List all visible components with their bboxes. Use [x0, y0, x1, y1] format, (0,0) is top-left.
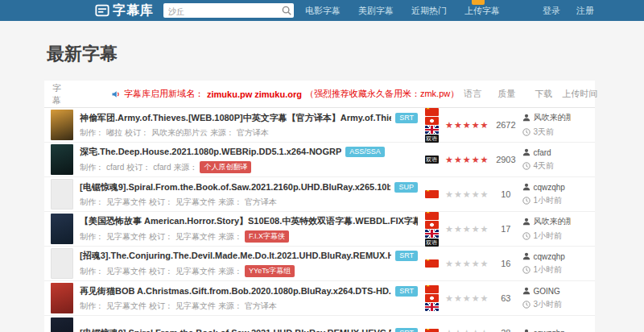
- notice-domains[interactable]: zimuku.pw zimuku.org: [207, 89, 302, 99]
- meta-revise-value: 见字幕文件: [175, 197, 216, 208]
- subtitle-table: 字幕 字幕库启用新域名： zimuku.pw zimuku.org （强烈推荐收…: [44, 81, 595, 332]
- format-badge: SRT: [395, 113, 418, 123]
- meta-make-value: 见字幕文件: [106, 231, 147, 243]
- meta-revise-value: 风吹来的那片云: [151, 127, 208, 139]
- flag-bi-icon: 双语: [425, 239, 439, 247]
- star-icon: ★: [445, 259, 454, 268]
- header-quality: 质量: [486, 88, 526, 100]
- top-navbar: 字幕库 电影字幕美剧字幕近期热门上传字幕 登录 注册: [0, 0, 644, 21]
- language-flags: 双语: [418, 156, 445, 164]
- uploader-link[interactable]: cfard: [522, 148, 571, 157]
- clock-icon: [522, 162, 530, 170]
- uploader-link[interactable]: 风吹来的那片云: [522, 216, 571, 227]
- flag-bi-icon: 双语: [425, 135, 439, 143]
- poster-thumbnail[interactable]: [51, 214, 73, 244]
- upload-time: 3小时前: [522, 299, 571, 310]
- uploader-name: 风吹来的那片云: [533, 112, 571, 123]
- uploader-link[interactable]: cqwzqhp: [522, 183, 571, 192]
- subtitle-title-link[interactable]: 神偷军团.Army.of.Thieves.[WEB.1080P]中英文字幕【官方…: [80, 112, 391, 124]
- register-link[interactable]: 注册: [576, 5, 594, 17]
- subtitle-row[interactable]: [电锯惊魂9].Spiral.From.the.Book.of.Saw.2021…: [44, 316, 595, 332]
- flag-cn-icon: [425, 108, 439, 116]
- flag-hk-icon: [425, 117, 439, 125]
- rating-stars: ★★★★★: [445, 224, 489, 234]
- poster-thumbnail[interactable]: [51, 248, 73, 279]
- meta-revise-value: 见字幕文件: [175, 266, 216, 277]
- star-icon: ★: [472, 328, 481, 332]
- subtitle-meta: 制作：cfard 校订：cfard 来源：个人原创翻译: [80, 161, 418, 173]
- upload-time: 4天前: [522, 160, 571, 172]
- source-badge: 官方译本: [245, 197, 277, 208]
- star-icon: ★: [445, 155, 454, 164]
- subtitle-row[interactable]: 【美国恐怖故事 American.Horror.Story】S10E08.中英特…: [44, 212, 595, 247]
- flag-cn-icon: [425, 285, 439, 293]
- subtitle-row[interactable]: [招魂3].The.Conjuring.The.Devil.Made.Me.Do…: [44, 247, 595, 281]
- person-icon: [522, 218, 530, 226]
- site-logo[interactable]: 字幕库: [95, 2, 154, 19]
- uploader-link[interactable]: 风吹来的那片云: [522, 112, 571, 123]
- subtitle-meta: 制作：见字幕文件 校订：见字幕文件 来源：官方译本: [80, 301, 418, 312]
- meta-source-label: 来源：: [218, 197, 242, 208]
- language-flags: [418, 329, 445, 332]
- uploader-link[interactable]: GOING: [522, 287, 571, 296]
- poster-thumbnail[interactable]: [51, 110, 73, 140]
- meta-revise-label: 校订：: [126, 162, 151, 173]
- poster-thumbnail[interactable]: [51, 283, 73, 313]
- upload-time: 1小时前: [522, 230, 571, 242]
- star-icon: ★: [463, 293, 472, 303]
- flag-cn-icon: [425, 212, 439, 220]
- header-language: 语言: [459, 88, 486, 100]
- nav-link-1[interactable]: 美剧字幕: [358, 5, 394, 17]
- source-badge: 官方译本: [237, 127, 269, 139]
- poster-thumbnail[interactable]: [51, 179, 73, 210]
- clock-icon: [522, 266, 530, 274]
- subtitle-title-link[interactable]: 【美国恐怖故事 American.Horror.Story】S10E08.中英特…: [80, 215, 418, 227]
- uploader-link[interactable]: cqwzqhp: [522, 329, 571, 332]
- flag-hk-icon: [425, 221, 439, 229]
- uploader-name: cqwzqhp: [533, 252, 564, 261]
- nav-link-3[interactable]: 上传字幕: [464, 5, 500, 17]
- meta-revise-value: 见字幕文件: [175, 231, 216, 243]
- login-link[interactable]: 登录: [543, 5, 560, 17]
- source-badge: F.I.X字幕侠: [245, 230, 289, 243]
- language-flags: [418, 259, 445, 268]
- star-icon: ★: [463, 155, 472, 164]
- star-icon: ★: [454, 259, 463, 268]
- subtitle-row[interactable]: [电锯惊魂9].Spiral.From.the.Book.of.Saw.2021…: [44, 177, 595, 212]
- uploader-name: cqwzqhp: [533, 329, 564, 332]
- star-icon: ★: [445, 293, 454, 303]
- subtitle-meta: 制作：嘟拉 校订：风吹来的那片云 来源：官方译本: [80, 127, 418, 139]
- logo-icon: [95, 3, 109, 18]
- horn-icon: [111, 89, 121, 99]
- search-box: [163, 3, 294, 18]
- subtitle-title-link[interactable]: 再见街猫BOB A.Christmas.Gift.from.Bob.2020.1…: [80, 285, 391, 297]
- subtitle-title-link[interactable]: [招魂3].The.Conjuring.The.Devil.Made.Me.Do…: [80, 250, 391, 262]
- poster-thumbnail[interactable]: [51, 317, 73, 332]
- meta-revise-label: 校订：: [125, 127, 149, 139]
- meta-source-label: 来源：: [173, 162, 197, 173]
- star-icon: ★: [454, 120, 463, 130]
- format-badge: SUP: [394, 182, 418, 193]
- star-icon: ★: [445, 224, 454, 234]
- nav-link-2[interactable]: 近期热门: [411, 5, 447, 17]
- download-count: 2672: [489, 120, 522, 130]
- subtitle-row[interactable]: 深宅.The.Deep.House.2021.1080p.WEBRip.DD5.…: [44, 143, 595, 177]
- star-icon: ★: [454, 293, 463, 303]
- star-icon: ★: [454, 328, 463, 332]
- search-icon[interactable]: [281, 5, 292, 16]
- domain-notice[interactable]: 字幕库启用新域名： zimuku.pw zimuku.org （强烈推荐收藏永久…: [111, 88, 459, 100]
- subtitle-row[interactable]: 神偷军团.Army.of.Thieves.[WEB.1080P]中英文字幕【官方…: [44, 108, 595, 143]
- subtitle-title-link[interactable]: 深宅.The.Deep.House.2021.1080p.WEBRip.DD5.…: [80, 146, 341, 158]
- star-icon: ★: [472, 224, 481, 234]
- meta-make-value: 见字幕文件: [106, 301, 147, 312]
- nav-link-0[interactable]: 电影字幕: [305, 5, 341, 17]
- subtitle-row[interactable]: 再见街猫BOB A.Christmas.Gift.from.Bob.2020.1…: [44, 281, 595, 316]
- person-icon: [522, 148, 530, 156]
- subtitle-title-link[interactable]: [电锯惊魂9].Spiral.From.the.Book.of.Saw.2021…: [80, 327, 391, 332]
- flag-uk-icon: [425, 126, 439, 134]
- search-input[interactable]: [163, 5, 294, 19]
- poster-thumbnail[interactable]: [51, 144, 73, 175]
- star-icon: ★: [472, 155, 481, 164]
- uploader-link[interactable]: cqwzqhp: [522, 252, 571, 261]
- subtitle-title-link[interactable]: [电锯惊魂9].Spiral.From.the.Book.of.Saw.2021…: [80, 181, 390, 193]
